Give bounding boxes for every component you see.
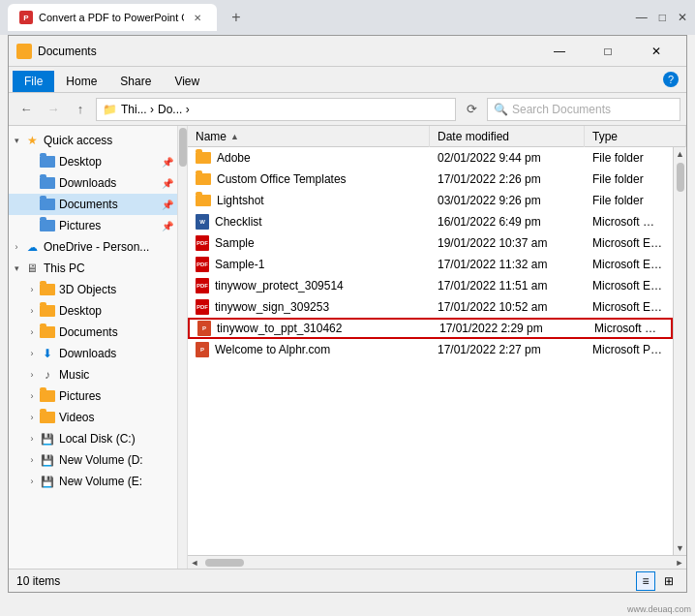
ribbon-tab-file[interactable]: File bbox=[13, 71, 54, 92]
table-row[interactable]: PDF Sample-1 17/01/2022 11:32 am Microso… bbox=[188, 254, 673, 275]
file-type: Microsoft Edge P... bbox=[585, 300, 673, 314]
table-row[interactable]: W Checklist 16/01/2022 6:49 pm Microsoft… bbox=[188, 211, 673, 232]
h-scroll-left-button[interactable]: ◄ bbox=[188, 556, 201, 570]
view-tiles-button[interactable]: ⊞ bbox=[659, 571, 679, 591]
browser-close-button[interactable]: ✕ bbox=[678, 11, 687, 24]
up-button[interactable]: ↑ bbox=[69, 98, 92, 121]
folder-icon bbox=[196, 195, 211, 206]
file-name: Sample bbox=[215, 236, 255, 250]
pdf-icon: PDF bbox=[196, 299, 209, 315]
window-title: Documents bbox=[38, 45, 531, 58]
sidebar-item-downloads-qa[interactable]: Downloads 📌 bbox=[9, 172, 187, 194]
sidebar-item-pictures-pc[interactable]: › Pictures bbox=[9, 385, 187, 407]
file-name-cell: Custom Office Templates bbox=[188, 172, 430, 186]
sidebar-item-documents-qa[interactable]: Documents 📌 bbox=[9, 194, 187, 215]
column-type-label: Type bbox=[592, 130, 618, 143]
nav-pane-scrollbar[interactable] bbox=[177, 126, 187, 569]
file-name-cell: PDF tinywow_protect_309514 bbox=[188, 278, 430, 293]
back-button[interactable]: ← bbox=[15, 98, 38, 121]
table-row[interactable]: P Welcome to Alphr.com 17/01/2022 2:27 p… bbox=[188, 339, 673, 360]
sidebar-item-new-volume-e[interactable]: › 💾 New Volume (E: bbox=[9, 471, 187, 492]
file-name: Adobe bbox=[217, 151, 251, 165]
sidebar-label-documents-pc: Documents bbox=[59, 325, 173, 339]
ribbon-tab-view[interactable]: View bbox=[163, 71, 211, 92]
table-row[interactable]: PDF tinywow_protect_309514 17/01/2022 11… bbox=[188, 275, 673, 296]
sidebar-label-music: Music bbox=[59, 368, 173, 382]
view-details-button[interactable]: ≡ bbox=[636, 571, 655, 591]
file-name: tinywow_protect_309514 bbox=[215, 279, 344, 293]
refresh-button[interactable]: ⟳ bbox=[460, 98, 483, 121]
close-button[interactable]: ✕ bbox=[634, 37, 679, 66]
title-bar: Documents — □ ✕ bbox=[9, 36, 686, 67]
breadcrumb-bar[interactable]: 📁 Thi... › Do... › bbox=[96, 98, 456, 121]
file-type: Microsoft PowerP... bbox=[587, 322, 671, 335]
h-scroll-thumb bbox=[205, 559, 244, 567]
breadcrumb-part1[interactable]: Thi... › bbox=[121, 103, 154, 116]
sidebar-item-videos[interactable]: › Videos bbox=[9, 407, 187, 428]
forward-button[interactable]: → bbox=[42, 98, 65, 121]
column-header-name[interactable]: Name ▲ bbox=[188, 126, 430, 147]
sidebar-item-downloads-pc[interactable]: › ⬇ Downloads bbox=[9, 343, 187, 364]
folder-downloads-icon bbox=[40, 175, 55, 191]
file-name-cell: P Welcome to Alphr.com bbox=[188, 342, 430, 357]
expand-icon-e: › bbox=[24, 477, 40, 486]
pin-icon-3: 📌 bbox=[162, 200, 173, 210]
horizontal-scrollbar[interactable]: ◄ ► bbox=[188, 555, 686, 569]
help-icon[interactable]: ? bbox=[663, 72, 679, 87]
table-row[interactable]: PDF tinywow_sign_309253 17/01/2022 10:52… bbox=[188, 296, 673, 318]
sidebar-item-desktop-pc[interactable]: › Desktop bbox=[9, 300, 187, 322]
scroll-up-button[interactable]: ▲ bbox=[674, 147, 687, 161]
file-type: File folder bbox=[585, 172, 673, 186]
ppt-icon: P bbox=[196, 342, 209, 357]
scroll-down-button[interactable]: ▼ bbox=[674, 541, 687, 555]
pdf-icon: PDF bbox=[196, 257, 209, 272]
sidebar-item-quick-access[interactable]: ▾ ★ Quick access bbox=[9, 130, 187, 151]
sidebar-item-new-volume-d[interactable]: › 💾 New Volume (D: bbox=[9, 449, 187, 471]
tab-close-button[interactable]: ✕ bbox=[190, 10, 205, 25]
expand-icon-downloads: › bbox=[24, 349, 40, 358]
vertical-scrollbar[interactable]: ▲ ▼ bbox=[673, 147, 686, 555]
table-row[interactable]: P tinywow_to_ppt_310462 17/01/2022 2:29 … bbox=[188, 318, 673, 339]
sidebar-item-local-disk-c[interactable]: › 💾 Local Disk (C:) bbox=[9, 428, 187, 449]
file-date: 17/01/2022 2:29 pm bbox=[432, 322, 587, 335]
file-type: File folder bbox=[585, 151, 673, 165]
drive-d-icon: 💾 bbox=[40, 452, 55, 468]
new-tab-button[interactable]: + bbox=[223, 4, 250, 31]
table-row[interactable]: Lightshot 03/01/2022 9:26 pm File folder bbox=[188, 190, 673, 211]
h-scroll-right-button[interactable]: ► bbox=[673, 556, 686, 570]
search-bar[interactable]: 🔍 Search Documents bbox=[487, 98, 680, 121]
browser-minimize-button[interactable]: — bbox=[636, 11, 648, 24]
sidebar-item-desktop-qa[interactable]: Desktop 📌 bbox=[9, 151, 187, 172]
column-header-type[interactable]: Type bbox=[585, 126, 686, 147]
explorer-window: Documents — □ ✕ File Home Share View ? ←… bbox=[8, 35, 687, 593]
table-row[interactable]: Custom Office Templates 17/01/2022 2:26 … bbox=[188, 169, 673, 190]
ribbon-tab-home[interactable]: Home bbox=[54, 71, 108, 92]
sidebar-item-onedrive[interactable]: › ☁ OneDrive - Person... bbox=[9, 236, 187, 258]
sidebar-item-documents-pc[interactable]: › Documents bbox=[9, 322, 187, 343]
column-header-date[interactable]: Date modified bbox=[430, 126, 585, 147]
column-date-label: Date modified bbox=[438, 130, 509, 143]
sidebar-item-3d-objects[interactable]: › 3D Objects bbox=[9, 279, 187, 300]
maximize-button[interactable]: □ bbox=[586, 37, 630, 66]
sidebar-item-music[interactable]: › ♪ Music bbox=[9, 364, 187, 385]
star-icon: ★ bbox=[24, 133, 40, 148]
file-name: Welcome to Alphr.com bbox=[215, 343, 330, 356]
cloud-icon: ☁ bbox=[24, 239, 40, 255]
file-date: 17/01/2022 11:51 am bbox=[430, 279, 585, 293]
status-bar: 10 items ≡ ⊞ bbox=[9, 569, 686, 592]
pin-icon-2: 📌 bbox=[162, 178, 173, 189]
sidebar-item-this-pc[interactable]: ▾ 🖥 This PC bbox=[9, 258, 187, 279]
browser-maximize-button[interactable]: □ bbox=[659, 11, 666, 24]
table-row[interactable]: Adobe 02/01/2022 9:44 pm File folder bbox=[188, 147, 673, 169]
minimize-button[interactable]: — bbox=[537, 37, 582, 66]
sidebar-label-desktop: Desktop bbox=[59, 155, 160, 169]
table-row[interactable]: PDF Sample 19/01/2022 10:37 am Microsoft… bbox=[188, 232, 673, 254]
ribbon-tab-share[interactable]: Share bbox=[108, 71, 163, 92]
breadcrumb-part2[interactable]: Do... › bbox=[158, 103, 190, 116]
view-buttons: ≡ ⊞ bbox=[636, 571, 679, 591]
ribbon-tabs: File Home Share View ? bbox=[9, 67, 686, 92]
browser-tab[interactable]: P Convert a PDF to PowerPoint On... ✕ bbox=[8, 4, 217, 31]
file-name: Lightshot bbox=[217, 194, 264, 207]
sidebar-item-pictures-qa[interactable]: Pictures 📌 bbox=[9, 215, 187, 236]
folder-documents-icon bbox=[40, 197, 55, 212]
